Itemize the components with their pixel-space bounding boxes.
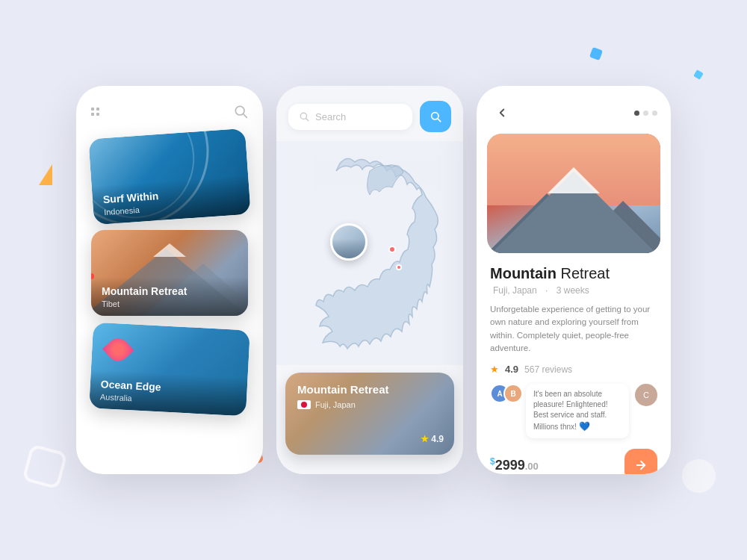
map-area xyxy=(276,141,463,365)
cards-stack: Surf Within Indonesia Mountain Retreat T… xyxy=(88,134,251,412)
dot-nav-1 xyxy=(634,111,639,116)
hero-image xyxy=(487,134,660,253)
ocean-card-overlay: Ocean Edge Australia xyxy=(89,369,247,416)
phone-2-card-title: Mountain Retreat xyxy=(297,383,442,396)
rating-row: ★ 4.9 567 reviews xyxy=(490,364,657,375)
rating-count: 567 reviews xyxy=(524,364,572,375)
grid-dot xyxy=(96,108,99,111)
retreat-location: Fuji, Japan xyxy=(493,285,537,296)
ocean-card[interactable]: Ocean Edge Australia xyxy=(89,323,250,417)
mountain-card-title: Mountain Retreat xyxy=(102,284,238,298)
price-book-row: $2999.00 xyxy=(490,449,657,474)
phone-1-header xyxy=(88,104,251,119)
surf-card[interactable]: Surf Within Indonesia xyxy=(88,128,251,225)
map-pin-circle xyxy=(330,223,368,261)
retreat-title-rest: Retreat xyxy=(557,265,610,281)
pagination-dots xyxy=(634,111,657,116)
flag-circle xyxy=(301,402,307,408)
reviewer-avatar-2: B xyxy=(503,384,523,403)
retreat-meta-dot: · xyxy=(545,285,548,296)
rating-value: 4.9 xyxy=(505,364,518,375)
search-icon[interactable] xyxy=(233,104,248,119)
search-input-container[interactable]: Search xyxy=(288,104,412,130)
japan-map-svg xyxy=(276,141,463,365)
mountain-snow xyxy=(548,167,600,193)
mountain-card[interactable]: Mountain Retreat Tibet xyxy=(91,230,248,316)
grid-dot xyxy=(96,113,99,116)
mountain-image-visual xyxy=(487,134,660,253)
price-cents: .00 xyxy=(525,461,539,472)
search-input-icon xyxy=(299,111,309,122)
phone-2-card-location: Fuji, Japan xyxy=(297,400,442,409)
phone-2-bottom-nav xyxy=(276,462,463,474)
grid-dot xyxy=(91,108,94,111)
grid-icon[interactable] xyxy=(91,108,99,116)
phone-1: Surf Within Indonesia Mountain Retreat T… xyxy=(76,86,263,474)
phone-2-location-text: Fuji, Japan xyxy=(315,400,356,409)
retreat-description: Unforgetable experience of getting to yo… xyxy=(490,303,657,355)
book-button[interactable] xyxy=(624,449,657,474)
star-icon: ★ xyxy=(421,434,429,444)
phone-2-rating: ★ 4.9 xyxy=(421,434,444,444)
map-pin-image xyxy=(332,225,365,258)
svg-line-5 xyxy=(438,119,441,122)
svg-line-1 xyxy=(244,114,247,118)
mountain-card-subtitle: Tibet xyxy=(102,299,238,308)
reviewer-avatar-right: C xyxy=(635,384,657,406)
phones-container: Surf Within Indonesia Mountain Retreat T… xyxy=(0,0,747,560)
retreat-meta: Fuji, Japan · 3 weeks xyxy=(490,285,657,296)
profile-nav-icon[interactable] xyxy=(421,471,442,474)
search-btn-icon xyxy=(430,111,441,122)
map-pin-mountain xyxy=(332,239,365,258)
rating-star-icon: ★ xyxy=(490,364,499,375)
map-dot-1 xyxy=(388,246,396,253)
retreat-title: Mountain Retreat xyxy=(490,265,657,282)
phone-3: Mountain Retreat Fuji, Japan · 3 weeks U… xyxy=(477,86,671,474)
review-bubble: It's been an absolute pleasure! Enlighte… xyxy=(526,384,629,438)
map-dot-2 xyxy=(396,264,402,270)
dot-nav-2 xyxy=(643,111,648,116)
search-nav-icon[interactable] xyxy=(359,471,380,474)
retreat-duration: 3 weeks xyxy=(557,285,589,296)
review-text: It's been an absolute pleasure! Enlighte… xyxy=(533,390,608,431)
price-tag: $2999.00 xyxy=(490,456,539,473)
svg-line-3 xyxy=(306,119,309,121)
phone-2-mountain-card[interactable]: Mountain Retreat Fuji, Japan ★ 4.9 xyxy=(285,373,454,455)
phone-3-content: Mountain Retreat Fuji, Japan · 3 weeks U… xyxy=(477,253,671,474)
decor-orange-triangle xyxy=(39,164,52,185)
mountain-card-overlay: Mountain Retreat Tibet xyxy=(91,277,248,316)
search-button[interactable] xyxy=(420,101,451,132)
grid-dot xyxy=(91,113,94,116)
retreat-title-bold: Mountain xyxy=(490,265,557,281)
decor-circle xyxy=(682,459,716,493)
reviews-row: A B It's been an absolute pleasure! Enli… xyxy=(490,384,657,438)
phone-2-search-bar: Search xyxy=(276,86,463,141)
price-amount: 2999 xyxy=(495,458,525,473)
snow-cap xyxy=(153,243,186,257)
ocean-flower-icon xyxy=(102,334,134,365)
phone-2-rating-value: 4.9 xyxy=(431,434,444,444)
search-input-text[interactable]: Search xyxy=(315,111,402,122)
back-button[interactable] xyxy=(490,101,514,125)
review-emoji: 💙 xyxy=(579,421,590,432)
japan-flag xyxy=(297,400,311,409)
price-currency-symbol: $ xyxy=(490,456,495,467)
dot-nav-3 xyxy=(652,111,657,116)
reviewer-avatars: A B xyxy=(490,384,517,403)
home-nav-icon[interactable] xyxy=(297,471,318,474)
phone-2: Search xyxy=(276,86,463,474)
phone-3-header xyxy=(477,86,671,134)
